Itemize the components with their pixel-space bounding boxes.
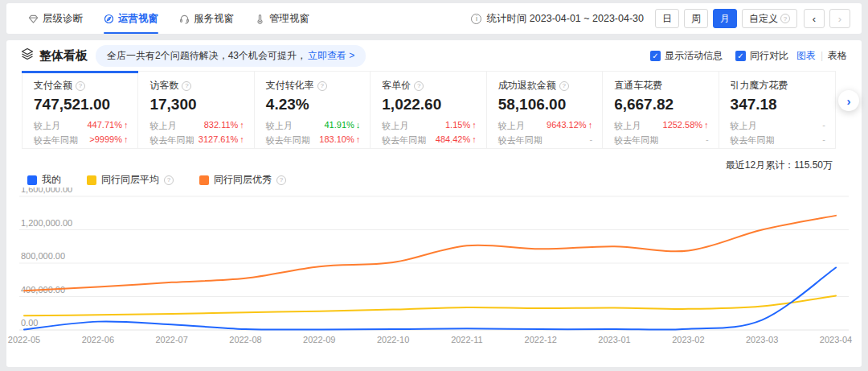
cards-scroll-next-button[interactable]: ›: [838, 90, 859, 111]
period-button-周[interactable]: 周: [684, 9, 708, 28]
period-button-月[interactable]: 月: [713, 9, 737, 28]
metric-title-text: 客单价: [382, 79, 411, 93]
series-line-同行同层优秀: [24, 216, 836, 291]
up-arrow-icon: ↑: [472, 120, 477, 130]
nav-tab-label: 运营视窗: [118, 12, 158, 26]
gem-icon: [28, 14, 39, 24]
metric-title: 支付金额?: [34, 79, 128, 93]
metric-value: 6,667.82: [614, 96, 708, 113]
peer-compare-label: 同行对比: [750, 49, 788, 63]
top-nav-bar: 层级诊断运营视窗服务视窗管理视窗 i 统计时间 2023-04-01 ~ 202…: [6, 3, 862, 34]
metric-title: 直通车花费: [614, 79, 708, 93]
compare-label: 较上月: [34, 120, 60, 132]
show-activity-checkbox[interactable]: ✓: [650, 51, 661, 61]
header-controls: ✓ 显示活动信息 ✓ 同行对比 图表 | 表格: [650, 49, 847, 63]
chart-summary: 最近12月累计：115.50万: [726, 159, 833, 172]
up-arrow-icon: ↑: [124, 120, 129, 130]
compare-row-mom: 较上月1252.58%↑: [614, 120, 708, 132]
legend-item-同行同层平均[interactable]: 同行同层平均?: [87, 173, 174, 187]
help-icon[interactable]: ?: [182, 81, 191, 91]
x-axis-label: 2022-06: [82, 335, 114, 344]
period-button-label: 月: [720, 12, 730, 26]
show-activity-label: 显示活动信息: [665, 49, 723, 63]
up-arrow-icon: ↑: [472, 134, 477, 144]
compare-row-yoy: 较去年同期183.10%↑: [266, 134, 360, 146]
view-chart-toggle[interactable]: 图表: [796, 49, 816, 63]
metric-card[interactable]: 直通车花费6,667.82较上月1252.58%↑较去年同期-: [603, 72, 719, 148]
nav-tab-层级诊断[interactable]: 层级诊断: [18, 3, 93, 34]
view-table-toggle[interactable]: 表格: [828, 49, 847, 63]
help-icon[interactable]: ?: [276, 175, 286, 185]
compare-label: 较去年同期: [382, 134, 426, 146]
legend-swatch: [87, 175, 96, 185]
compare-value: 1.15%↑: [445, 120, 477, 132]
compare-value: 484.42%↑: [436, 134, 477, 146]
nav-tabs: 层级诊断运营视窗服务视窗管理视窗: [18, 3, 320, 34]
y-axis-label: 1,200,000.00: [21, 218, 72, 228]
metric-card[interactable]: 支付转化率?4.23%较上月41.91%↓较去年同期183.10%↑: [255, 72, 371, 148]
period-button-label: 日: [662, 12, 672, 26]
metric-title: 客单价?: [382, 79, 476, 93]
x-axis-label: 2022-07: [155, 335, 187, 344]
help-icon[interactable]: ?: [559, 81, 569, 91]
up-arrow-icon: ↑: [240, 120, 244, 130]
period-button-日[interactable]: 日: [655, 9, 679, 28]
up-arrow-icon: ↑: [124, 134, 129, 144]
series-line-我的: [24, 267, 836, 329]
compare-row-yoy: 较去年同期-: [731, 134, 825, 146]
notice-pill: 全店一共有2个问题待解决，43个机会可提升， 立即查看 >: [96, 45, 366, 67]
help-icon[interactable]: ?: [164, 175, 174, 185]
compare-row-yoy: 较去年同期-: [498, 134, 592, 146]
compare-row-yoy: 较去年同期484.42%↑: [382, 134, 476, 146]
topbar-right: i 统计时间 2023-04-01 ~ 2023-04-30 日周月自定义? ‹…: [471, 9, 850, 28]
compare-value: >9999%↑: [89, 134, 128, 146]
help-icon[interactable]: ?: [317, 81, 327, 91]
peer-compare-checkbox[interactable]: ✓: [735, 51, 746, 61]
metric-card[interactable]: 客单价?1,022.60较上月1.15%↑较去年同期484.42%↑: [371, 72, 486, 148]
nav-tab-label: 层级诊断: [43, 12, 83, 26]
legend-item-同行同层优秀[interactable]: 同行同层优秀?: [199, 173, 286, 187]
y-axis-label: 0.00: [21, 318, 38, 328]
metric-card[interactable]: 引力魔方花费347.18较上月-较去年同期-: [719, 72, 835, 148]
metric-card[interactable]: 访客数?17,300较上月832.11%↑较去年同期3127.61%↑: [138, 72, 254, 148]
x-axis-label: 2022-08: [229, 335, 261, 344]
compare-label: 较上月: [149, 120, 176, 132]
compare-label: 较去年同期: [149, 134, 194, 146]
down-arrow-icon: ↓: [356, 120, 361, 130]
metric-value: 58,106.00: [498, 96, 592, 113]
period-button-自定义[interactable]: 自定义?: [742, 9, 797, 28]
help-icon[interactable]: ?: [414, 81, 424, 91]
help-icon[interactable]: ?: [780, 14, 790, 23]
compare-value: 41.91%↓: [324, 120, 360, 132]
compare-value: -: [589, 134, 592, 146]
legend-item-我的[interactable]: 我的: [27, 173, 61, 187]
compare-row-mom: 较上月1.15%↑: [382, 120, 476, 132]
compare-row-yoy: 较去年同期-: [614, 134, 708, 146]
notice-link[interactable]: 立即查看 >: [308, 49, 354, 63]
compare-value: 9643.12%↑: [547, 120, 592, 132]
metric-card[interactable]: 成功退款金额?58,106.00较上月9643.12%↑较去年同期-: [487, 72, 603, 148]
nav-tab-label: 服务视窗: [194, 12, 234, 26]
legend-swatch: [199, 175, 209, 185]
overview-panel: 整体看板 全店一共有2个问题待解决，43个机会可提升， 立即查看 > ✓ 显示活…: [6, 40, 862, 367]
nav-tab-服务视窗[interactable]: 服务视窗: [169, 3, 244, 34]
y-axis-label: 1,600,000.00: [21, 188, 72, 194]
nav-tab-label: 管理视窗: [269, 12, 309, 26]
nav-tab-运营视窗[interactable]: 运营视窗: [93, 3, 169, 34]
compare-value: 1252.58%↑: [663, 120, 709, 132]
legend-swatch: [27, 175, 37, 185]
nav-tab-管理视窗[interactable]: 管理视窗: [244, 3, 320, 34]
prev-period-button[interactable]: ‹: [804, 9, 825, 28]
compare-label: 较上月: [614, 120, 641, 132]
metric-value: 4.23%: [266, 96, 360, 113]
metric-title: 支付转化率?: [266, 79, 360, 93]
x-axis-label: 2023-02: [672, 335, 704, 344]
thermometer-icon: [255, 14, 265, 24]
metric-value: 1,022.60: [382, 96, 476, 113]
trend-chart[interactable]: 0.00400,000.00800,000.001,200,000.001,60…: [6, 188, 862, 357]
x-axis-label: 2023-03: [746, 335, 778, 344]
period-button-label: 周: [691, 12, 701, 26]
help-icon[interactable]: ?: [76, 81, 85, 91]
metric-card[interactable]: 支付金额?747,521.00较上月447.71%↑较去年同期>9999%↑: [23, 72, 138, 148]
next-period-button[interactable]: ›: [829, 9, 850, 28]
